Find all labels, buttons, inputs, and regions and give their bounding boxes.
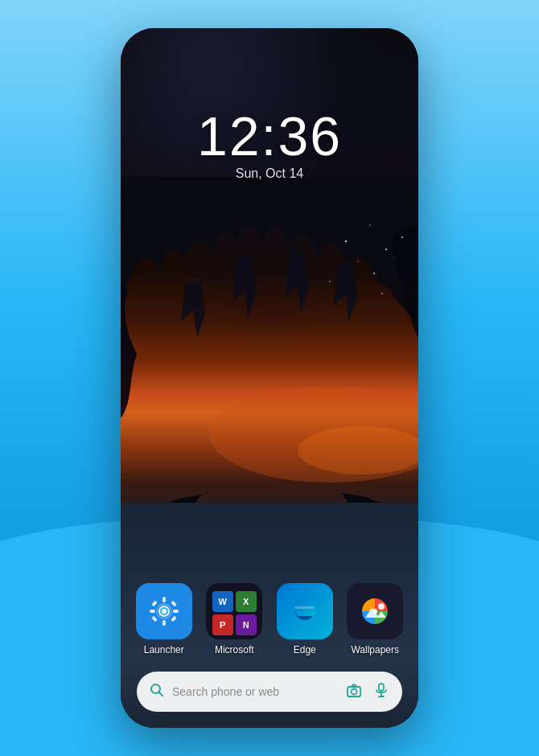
svg-point-7 [401,236,403,238]
clock: 12:36 [121,109,418,163]
date-display: Sun, Oct 14 [121,166,418,181]
svg-rect-19 [151,616,158,622]
svg-point-30 [352,688,357,694]
svg-rect-18 [171,601,177,607]
svg-point-26 [372,609,377,614]
ms-onenote-icon: N [236,614,257,635]
svg-rect-20 [171,616,177,622]
gear-icon [147,594,181,628]
svg-rect-31 [379,684,384,691]
svg-point-4 [385,249,387,250]
app-wallpapers[interactable]: Wallpapers [347,583,403,655]
svg-point-2 [345,240,347,242]
launcher-icon [136,583,192,639]
app-edge[interactable]: Edge [277,583,333,655]
svg-rect-15 [150,610,155,613]
launcher-label: Launcher [144,644,184,655]
edge-logo-icon [286,593,323,630]
mic-icon[interactable] [373,682,389,702]
svg-point-5 [357,261,358,261]
svg-rect-14 [163,620,166,626]
microsoft-label: Microsoft [215,644,254,655]
svg-point-10 [381,293,383,294]
wallpapers-icon [347,583,403,639]
wallpapers-label: Wallpapers [351,644,399,655]
search-bar[interactable]: Search phone or web [137,672,402,712]
svg-rect-17 [151,601,158,607]
wallpapers-logo-icon [357,594,393,629]
svg-point-23 [162,609,167,614]
ms-powerpoint-icon: P [212,614,233,635]
app-launcher[interactable]: Launcher [136,583,192,655]
time-area: 12:36 Sun, Oct 14 [121,109,418,181]
app-microsoft[interactable]: W X P N Microsoft [206,583,262,655]
ms-word-icon: W [212,591,233,612]
edge-icon [277,583,333,639]
search-icon [150,683,164,701]
svg-line-28 [159,692,163,696]
phone-frame: 12:36 Sun, Oct 14 [121,28,418,728]
svg-point-8 [393,257,394,257]
svg-point-9 [329,281,331,282]
ms-excel-icon: X [236,591,257,612]
svg-rect-16 [173,610,179,613]
svg-point-3 [369,224,371,226]
search-actions [346,682,389,702]
search-placeholder: Search phone or web [172,685,346,698]
edge-label: Edge [294,644,316,655]
svg-point-6 [373,273,375,274]
camera-icon[interactable] [346,682,362,702]
app-dock: Launcher W X P N Microsoft [121,583,418,655]
svg-point-25 [378,603,385,610]
svg-rect-13 [163,597,166,602]
microsoft-icon: W X P N [206,583,262,639]
